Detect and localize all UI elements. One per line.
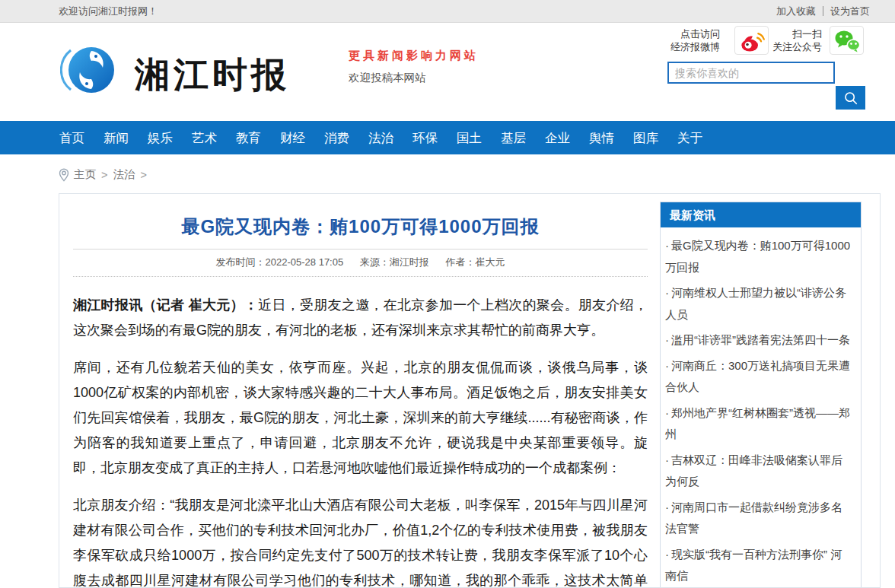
search-button[interactable]: [836, 86, 865, 110]
publish-time: 发布时间：2022-05-28 17:05: [216, 256, 344, 268]
wechat-caption: 扫一扫 关注公众号: [763, 27, 822, 53]
list-item[interactable]: ·吉林双辽：田峰非法吸储案认罪后为何反: [665, 450, 853, 493]
latest-news-title: 最新资讯: [661, 202, 861, 227]
article-meta: 发布时间：2022-05-28 17:05 来源：湘江时报 作者：崔大元: [73, 256, 648, 269]
site-header: 湘江时报 更具新闻影响力网站 欢迎投稿本网站 点击访问 经济报微博 扫一扫 关注…: [0, 23, 895, 121]
search-input[interactable]: [667, 62, 835, 84]
article-paragraph: 北京朋友介绍：“我朋友是河北滦平北山大酒店有限公司大老板，叫李保军，2015年与…: [73, 493, 648, 588]
breadcrumb-separator: >: [140, 169, 146, 181]
site-subslogan: 欢迎投稿本网站: [349, 71, 426, 85]
location-pin-icon: [59, 168, 69, 182]
meta-divider: [73, 276, 648, 277]
nav-item-opinion[interactable]: 舆情: [580, 121, 623, 154]
nav-item-finance[interactable]: 财经: [271, 121, 314, 154]
topbar-welcome-text: 欢迎访问湘江时报网！: [59, 5, 158, 18]
latest-news-panel: 最新资讯 ·最G院又现内卷：贿100万可得1000万回报 ·河南维权人士邢望力被…: [660, 202, 862, 588]
article-title: 最G院又现内卷：贿100万可得1000万回报: [73, 215, 648, 239]
nav-item-grassroots[interactable]: 基层: [492, 121, 535, 154]
article-source: 来源：湘江时报: [360, 256, 429, 268]
article-body: 湘江时报讯（记者 崔大元）：近日，受朋友之邀，在北京参加一个上档次的聚会。朋友介…: [73, 293, 648, 588]
nav-item-enterprise[interactable]: 企业: [536, 121, 579, 154]
add-favorite-link[interactable]: 加入收藏: [776, 5, 816, 18]
article-lead: 湘江时报讯（记者 崔大元）：: [73, 297, 258, 313]
article: 最G院又现内卷：贿100万可得1000万回报 发布时间：2022-05-28 1…: [59, 194, 660, 588]
nav-item-art[interactable]: 艺术: [183, 121, 226, 154]
site-slogan: 更具新闻影响力网站: [349, 49, 479, 63]
weibo-caption: 点击访问 经济报微博: [659, 27, 720, 53]
nav-item-news[interactable]: 新闻: [94, 121, 138, 154]
breadcrumb-separator: >: [101, 169, 107, 181]
list-item[interactable]: ·河南周口市一起借款纠纷竟涉多名法官警: [665, 497, 853, 540]
site-logo-fish-icon[interactable]: [60, 41, 118, 99]
nav-item-land[interactable]: 国土: [448, 121, 491, 154]
topbar-divider: [823, 6, 823, 16]
list-item[interactable]: ·滥用“诽谤罪”践踏着宪法第四十一条: [665, 329, 853, 351]
nav-item-environment[interactable]: 环保: [403, 121, 447, 154]
article-paragraph: 席间，还有几位貌若天仙的美女，依亨而座。兴起，北京的朋友侃侃而谈，谈俄乌局事，谈…: [73, 355, 648, 481]
nav-item-entertainment[interactable]: 娱乐: [139, 121, 182, 154]
search-icon: [843, 91, 858, 106]
set-homepage-link[interactable]: 设为首页: [830, 5, 870, 18]
list-item[interactable]: ·河南商丘：300万送礼搞项目无果遭合伙人: [665, 355, 853, 399]
article-author: 作者：崔大元: [445, 256, 505, 268]
list-item[interactable]: ·郑州地产界“红树林圈套”透视——郑州: [665, 402, 853, 446]
topbar: 欢迎访问湘江时报网！ 加入收藏 设为首页: [0, 0, 895, 23]
list-item[interactable]: ·河南维权人士邢望力被以“诽谤公务人员: [665, 282, 853, 326]
nav-item-education[interactable]: 教育: [227, 121, 270, 154]
breadcrumb-home[interactable]: 主页: [74, 167, 96, 182]
latest-news-list: ·最G院又现内卷：贿100万可得1000万回报 ·河南维权人士邢望力被以“诽谤公…: [661, 227, 861, 588]
breadcrumb-section[interactable]: 法治: [113, 167, 135, 182]
nav-item-about[interactable]: 关于: [668, 121, 712, 154]
site-name[interactable]: 湘江时报: [135, 52, 290, 99]
nav-item-home[interactable]: 首页: [50, 121, 94, 154]
content-wrapper: 最G院又现内卷：贿100万可得1000万回报 发布时间：2022-05-28 1…: [59, 193, 881, 588]
main-nav: 首页 新闻 娱乐 艺术 教育 财经 消费 法治 环保 国土 基层 企业 舆情 图…: [0, 121, 895, 154]
list-item[interactable]: ·现实版“我有一百种方法刑事你” 河南信: [665, 544, 853, 587]
nav-item-gallery[interactable]: 图库: [624, 121, 667, 154]
nav-item-law[interactable]: 法治: [359, 121, 403, 154]
breadcrumb: 主页 > 法治 >: [0, 154, 895, 193]
title-divider: [73, 249, 648, 250]
article-paragraph: 湘江时报讯（记者 崔大元）：近日，受朋友之邀，在北京参加一个上档次的聚会。朋友介…: [73, 293, 648, 343]
wechat-icon[interactable]: [830, 26, 864, 55]
nav-item-consumption[interactable]: 消费: [315, 121, 358, 154]
list-item[interactable]: ·最G院又现内卷：贿100万可得1000万回报: [665, 235, 853, 278]
